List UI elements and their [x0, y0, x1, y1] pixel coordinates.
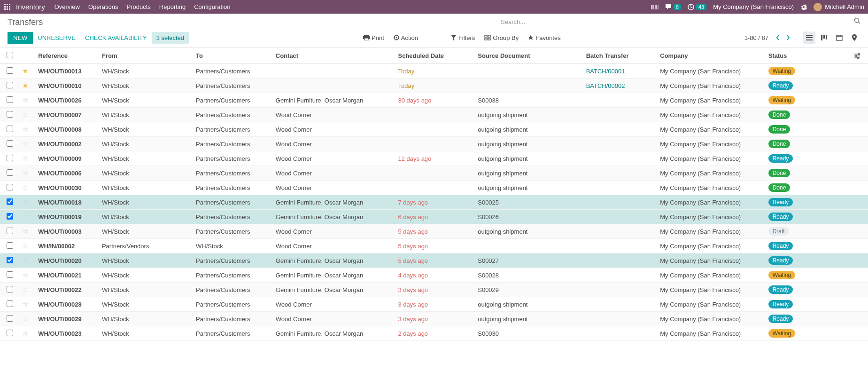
row-checkbox[interactable]: [7, 213, 13, 220]
row-checkbox[interactable]: [7, 184, 13, 190]
print-dropdown[interactable]: Print: [363, 34, 384, 41]
search-icon[interactable]: [854, 17, 860, 24]
selection-count[interactable]: 3 selected: [152, 32, 189, 44]
settings-icon[interactable]: [800, 4, 807, 10]
priority-star[interactable]: ☆: [22, 256, 28, 264]
pager-prev[interactable]: [774, 35, 782, 40]
priority-star[interactable]: ☆: [22, 154, 28, 162]
row-checkbox[interactable]: [7, 315, 13, 322]
priority-star[interactable]: ☆: [22, 285, 28, 293]
priority-star[interactable]: ☆: [22, 140, 28, 148]
table-row[interactable]: ★WH/OUT/00013WH/StockPartners/CustomersT…: [0, 64, 868, 79]
row-checkbox[interactable]: [7, 67, 13, 74]
col-batch-transfer[interactable]: Batch Transfer: [583, 48, 658, 64]
table-row[interactable]: ☆WH/OUT/00028WH/StockPartners/CustomersW…: [0, 297, 868, 312]
row-checkbox[interactable]: [7, 242, 13, 249]
col-from[interactable]: From: [99, 48, 193, 64]
groupby-dropdown[interactable]: Group By: [484, 34, 519, 41]
table-row[interactable]: ☆WH/OUT/00030WH/StockPartners/CustomersW…: [0, 181, 868, 195]
row-checkbox[interactable]: [7, 286, 13, 292]
activities-icon[interactable]: 43: [688, 4, 706, 10]
row-checkbox[interactable]: [7, 140, 13, 147]
priority-star[interactable]: ★: [22, 67, 28, 75]
search-input[interactable]: [499, 16, 860, 28]
priority-star[interactable]: ☆: [22, 111, 28, 118]
row-checkbox[interactable]: [7, 228, 13, 234]
table-row[interactable]: ☆WH/OUT/00009WH/StockPartners/CustomersW…: [0, 151, 868, 166]
priority-star[interactable]: ☆: [22, 315, 28, 323]
table-row[interactable]: ☆WH/OUT/00023WH/StockPartners/CustomersG…: [0, 326, 868, 341]
table-row[interactable]: ☆WH/OUT/00002WH/StockPartners/CustomersW…: [0, 137, 868, 151]
table-row[interactable]: ★WH/OUT/00010WH/StockPartners/CustomersT…: [0, 79, 868, 93]
priority-star[interactable]: ☆: [22, 198, 28, 206]
action-dropdown[interactable]: Action: [394, 34, 418, 41]
table-row[interactable]: ☆WH/OUT/00026WH/StockPartners/CustomersG…: [0, 93, 868, 108]
app-brand[interactable]: Inventory: [16, 3, 45, 11]
priority-star[interactable]: ☆: [22, 125, 28, 133]
row-checkbox[interactable]: [7, 111, 13, 118]
row-checkbox[interactable]: [7, 330, 13, 336]
col-status[interactable]: Status: [766, 48, 851, 64]
user-menu[interactable]: Mitchell Admin: [814, 3, 864, 11]
priority-star[interactable]: ☆: [22, 242, 28, 250]
priority-star[interactable]: ★: [22, 81, 28, 89]
nav-products[interactable]: Products: [126, 3, 150, 10]
batch-link[interactable]: BATCH/00001: [586, 68, 625, 75]
table-row[interactable]: ☆WH/OUT/00022WH/StockPartners/CustomersG…: [0, 283, 868, 297]
table-row[interactable]: ☆WH/OUT/00020WH/StockPartners/CustomersG…: [0, 253, 868, 268]
nav-reporting[interactable]: Reporting: [159, 3, 186, 10]
col-company[interactable]: Company: [657, 48, 765, 64]
row-checkbox[interactable]: [7, 126, 13, 132]
unreserve-button[interactable]: UNRESERVE: [33, 32, 80, 44]
view-calendar-button[interactable]: [833, 32, 845, 44]
view-map-button[interactable]: [848, 32, 860, 44]
priority-star[interactable]: ☆: [22, 96, 28, 104]
table-row[interactable]: ☆WH/OUT/00021WH/StockPartners/CustomersG…: [0, 268, 868, 283]
select-all-checkbox[interactable]: [7, 52, 13, 58]
optional-columns-icon[interactable]: [854, 53, 865, 59]
table-row[interactable]: ☆WH/OUT/00029WH/StockPartners/CustomersW…: [0, 312, 868, 326]
row-checkbox[interactable]: [7, 271, 13, 278]
col-reference[interactable]: Reference: [35, 48, 99, 64]
row-checkbox[interactable]: [7, 257, 13, 263]
col-source-document[interactable]: Source Document: [475, 48, 583, 64]
priority-star[interactable]: ☆: [22, 329, 28, 337]
check-availability-button[interactable]: CHECK AVAILABILITY: [80, 32, 152, 44]
view-kanban-button[interactable]: [818, 32, 830, 44]
nav-overview[interactable]: Overview: [54, 3, 80, 10]
table-row[interactable]: ☆WH/OUT/00003WH/StockPartners/CustomersW…: [0, 224, 868, 239]
priority-star[interactable]: ☆: [22, 183, 28, 191]
barcode-icon[interactable]: [651, 4, 659, 10]
row-checkbox[interactable]: [7, 198, 13, 205]
pager-text[interactable]: 1-80 / 87: [744, 34, 768, 41]
priority-star[interactable]: ☆: [22, 300, 28, 308]
favorites-dropdown[interactable]: Favorites: [528, 34, 560, 41]
view-list-button[interactable]: [803, 32, 815, 44]
table-row[interactable]: ☆WH/IN/00002Partners/VendorsWH/StockWood…: [0, 239, 868, 253]
table-row[interactable]: ☆WH/OUT/00019WH/StockPartners/CustomersG…: [0, 210, 868, 224]
row-checkbox[interactable]: [7, 169, 13, 176]
batch-link[interactable]: BATCH/00002: [586, 82, 625, 89]
pager-next[interactable]: [784, 35, 792, 40]
messages-icon[interactable]: 8: [665, 4, 681, 10]
row-checkbox[interactable]: [7, 300, 13, 307]
col-to[interactable]: To: [193, 48, 273, 64]
table-row[interactable]: ☆WH/OUT/00007WH/StockPartners/CustomersW…: [0, 108, 868, 122]
company-switcher[interactable]: My Company (San Francisco): [713, 3, 794, 10]
table-row[interactable]: ☆WH/OUT/00006WH/StockPartners/CustomersW…: [0, 166, 868, 181]
row-checkbox[interactable]: [7, 96, 13, 103]
filters-dropdown[interactable]: Filters: [451, 34, 475, 41]
col-scheduled-date[interactable]: Scheduled Date: [395, 48, 475, 64]
row-checkbox[interactable]: [7, 155, 13, 161]
table-row[interactable]: ☆WH/OUT/00018WH/StockPartners/CustomersG…: [0, 195, 868, 210]
priority-star[interactable]: ☆: [22, 227, 28, 235]
row-checkbox[interactable]: [7, 82, 13, 88]
priority-star[interactable]: ☆: [22, 271, 28, 279]
priority-star[interactable]: ☆: [22, 169, 28, 177]
priority-star[interactable]: ☆: [22, 213, 28, 221]
nav-configuration[interactable]: Configuration: [194, 3, 230, 10]
table-row[interactable]: ☆WH/OUT/00008WH/StockPartners/CustomersW…: [0, 122, 868, 137]
nav-operations[interactable]: Operations: [88, 3, 118, 10]
col-contact[interactable]: Contact: [273, 48, 395, 64]
new-button[interactable]: NEW: [8, 32, 33, 44]
